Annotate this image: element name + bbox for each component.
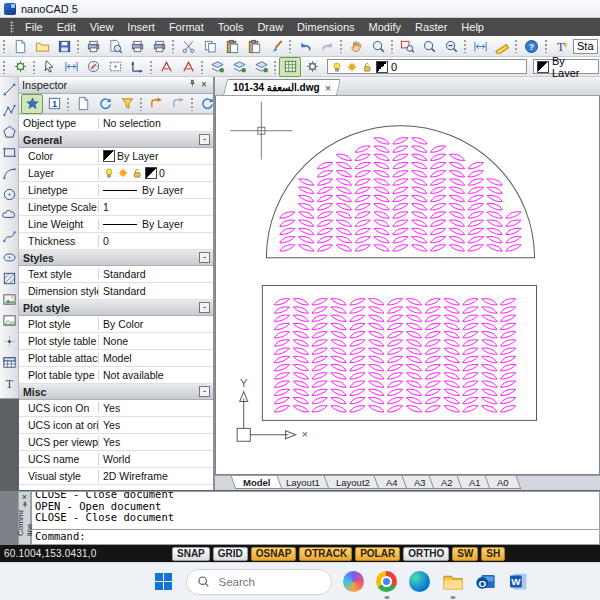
command-prompt[interactable]: Command:: [32, 529, 599, 544]
arc-button[interactable]: [0, 163, 19, 184]
preview-button[interactable]: [104, 36, 126, 56]
toggle-osnap[interactable]: OSNAP: [251, 547, 297, 561]
options-button[interactable]: [9, 57, 31, 77]
menu-tools[interactable]: Tools: [211, 20, 251, 34]
apply-gray-button[interactable]: [167, 94, 189, 114]
zoom-out-button[interactable]: [440, 36, 462, 56]
property-value[interactable]: Model: [99, 352, 213, 364]
layout-tab-model[interactable]: Model: [231, 476, 283, 489]
taskbar-word-button[interactable]: W: [508, 571, 530, 593]
circle-button[interactable]: [0, 184, 19, 205]
menu-format[interactable]: Format: [162, 20, 211, 34]
publish-button[interactable]: [126, 36, 148, 56]
property-value[interactable]: By Layer: [99, 218, 213, 230]
search-input[interactable]: [217, 575, 321, 589]
copy-button[interactable]: [199, 36, 221, 56]
taskbar-chrome-button[interactable]: [376, 571, 398, 593]
property-value[interactable]: No selection: [99, 117, 213, 129]
taskbar-explorer-button[interactable]: [442, 571, 464, 593]
select-button[interactable]: [38, 57, 60, 77]
layout-tab-a0[interactable]: A0: [484, 476, 520, 489]
new-button[interactable]: [9, 36, 31, 56]
zoom-in-button[interactable]: [418, 36, 440, 56]
viewport-button[interactable]: [104, 57, 126, 77]
property-value[interactable]: World: [99, 453, 213, 465]
format-brush-button[interactable]: [265, 36, 287, 56]
property-value[interactable]: Yes: [99, 402, 213, 414]
toggle-polar[interactable]: POLAR: [355, 547, 400, 561]
toggle-ortho[interactable]: ORTHO: [403, 547, 449, 561]
save-button[interactable]: [53, 36, 75, 56]
point-button[interactable]: [0, 331, 19, 352]
line-button[interactable]: [0, 79, 19, 100]
command-close-button[interactable]: ×: [22, 493, 27, 501]
menu-help[interactable]: Help: [454, 20, 491, 34]
plot-button[interactable]: [82, 36, 104, 56]
cut-button[interactable]: [177, 36, 199, 56]
start-button[interactable]: [153, 571, 175, 593]
refresh-button[interactable]: [94, 94, 116, 114]
property-value[interactable]: Yes: [99, 436, 213, 448]
menu-file[interactable]: File: [18, 20, 50, 34]
property-value[interactable]: 0: [99, 167, 213, 179]
zoom-window-button[interactable]: [396, 36, 418, 56]
spline-button[interactable]: [0, 226, 19, 247]
layers-button[interactable]: [279, 57, 301, 77]
redo-button[interactable]: [316, 36, 338, 56]
text-button[interactable]: [0, 373, 19, 394]
paste-button[interactable]: [221, 36, 243, 56]
fit-button[interactable]: [469, 36, 491, 56]
rectangle-button[interactable]: [0, 142, 19, 163]
one-button[interactable]: [43, 94, 65, 114]
menu-draw[interactable]: Draw: [250, 20, 290, 34]
polyline-button[interactable]: [0, 100, 19, 121]
apply-button[interactable]: [145, 94, 167, 114]
print-button[interactable]: [148, 36, 170, 56]
compass-button[interactable]: [82, 57, 104, 77]
taskbar-copilot-button[interactable]: [343, 571, 365, 593]
taskbar-outlook-button[interactable]: O: [475, 571, 497, 593]
open-button[interactable]: [31, 36, 53, 56]
paste-special-button[interactable]: [243, 36, 265, 56]
text-style-button[interactable]: T: [551, 36, 573, 56]
model-canvas[interactable]: Y×: [215, 96, 600, 475]
taskbar-search[interactable]: [186, 569, 332, 595]
text-style-combo[interactable]: [573, 39, 598, 54]
property-value[interactable]: By Layer: [99, 150, 213, 162]
property-value[interactable]: By Layer: [99, 184, 213, 196]
property-value[interactable]: By Color: [99, 318, 213, 330]
undo-button[interactable]: [294, 36, 316, 56]
wipeout-button[interactable]: [0, 310, 19, 331]
image-button[interactable]: [0, 289, 19, 310]
toggle-otrack[interactable]: OTRACK: [299, 547, 352, 561]
star-button[interactable]: [21, 94, 43, 114]
document-tab[interactable]: 101-34 السعفة.dwg ×: [223, 79, 341, 95]
toggle-snap[interactable]: SNAP: [172, 547, 210, 561]
layer-states-button[interactable]: [301, 57, 323, 77]
ucs-tool-button[interactable]: [126, 57, 148, 77]
ellipse-button[interactable]: [0, 247, 19, 268]
property-value[interactable]: Standard: [99, 268, 213, 280]
layer-manager-button[interactable]: [250, 57, 272, 77]
toggle-sh[interactable]: SH: [481, 547, 505, 561]
inspector-close-button[interactable]: ×: [198, 79, 210, 91]
section-general[interactable]: General-: [19, 132, 213, 148]
property-value[interactable]: 1: [99, 201, 213, 213]
pan-button[interactable]: [345, 36, 367, 56]
toggle-grid[interactable]: GRID: [213, 547, 248, 561]
text-style-input[interactable]: [577, 40, 594, 53]
property-value[interactable]: Not available: [99, 369, 213, 381]
taskbar-edge-button[interactable]: [409, 571, 431, 593]
property-value[interactable]: 0: [99, 235, 213, 247]
measure-button[interactable]: [491, 36, 513, 56]
dim-angle-button[interactable]: [177, 57, 199, 77]
menu-edit[interactable]: Edit: [50, 20, 83, 34]
collapse-icon[interactable]: -: [199, 302, 210, 313]
quick-select-button[interactable]: [60, 57, 82, 77]
cloud-button[interactable]: [0, 205, 19, 226]
filter-button[interactable]: [116, 94, 138, 114]
menu-modify[interactable]: Modify: [362, 20, 408, 34]
layer-freeze-button[interactable]: [228, 57, 250, 77]
polygon-button[interactable]: [0, 121, 19, 142]
menu-insert[interactable]: Insert: [120, 20, 162, 34]
